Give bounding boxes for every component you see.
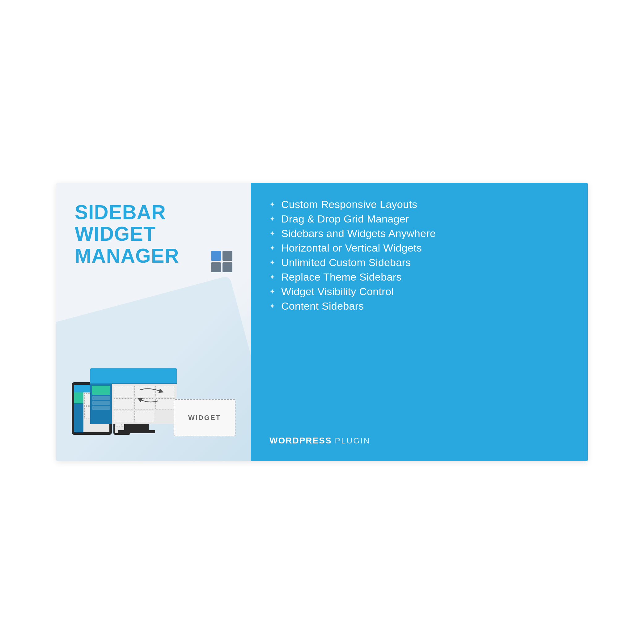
tablet-sidebar-green	[74, 392, 83, 403]
monitor-base	[118, 430, 155, 433]
feature-bullet: ✦	[269, 303, 275, 310]
left-panel: SIDEBAR WIDGET MANAGER	[56, 183, 251, 461]
widget-box: WIDGET	[174, 399, 235, 436]
tablet-sidebar	[74, 392, 83, 432]
wordpress-badge: WordPress Plugin	[269, 436, 569, 446]
plugin-card: SIDEBAR WIDGET MANAGER	[56, 183, 588, 461]
feature-bullet: ✦	[269, 274, 275, 281]
feature-text: Replace Theme Sidebars	[281, 271, 402, 283]
feature-item: ✦ Content Sidebars	[269, 300, 569, 312]
plugin-title: SIDEBAR WIDGET MANAGER	[75, 201, 235, 267]
title-line2: MANAGER	[75, 245, 179, 267]
feature-bullet: ✦	[269, 288, 275, 295]
device-illustration: WIDGET	[66, 316, 242, 452]
plugin-label: Plugin	[335, 436, 371, 446]
feature-bullet: ✦	[269, 259, 275, 266]
feature-bullet: ✦	[269, 230, 275, 237]
monitor-stand	[124, 424, 149, 430]
feature-text: Horizontal or Vertical Widgets	[281, 242, 422, 254]
wordpress-label: WordPress	[269, 436, 332, 446]
feature-text: Sidebars and Widgets Anywhere	[281, 227, 436, 239]
widget-label: WIDGET	[188, 414, 221, 422]
feature-bullet: ✦	[269, 245, 275, 252]
feature-text: Drag & Drop Grid Manager	[281, 213, 409, 225]
feature-text: Content Sidebars	[281, 300, 364, 312]
feature-text: Widget Visibility Control	[281, 286, 394, 298]
feature-item: ✦ Replace Theme Sidebars	[269, 271, 569, 283]
feature-text: Custom Responsive Layouts	[281, 198, 417, 210]
right-panel: ✦ Custom Responsive Layouts ✦ Drag & Dro…	[251, 183, 588, 461]
monitor-header	[90, 368, 177, 384]
feature-item: ✦ Sidebars and Widgets Anywhere	[269, 227, 569, 239]
feature-item: ✦ Drag & Drop Grid Manager	[269, 213, 569, 225]
feature-item: ✦ Horizontal or Vertical Widgets	[269, 242, 569, 254]
feature-item: ✦ Unlimited Custom Sidebars	[269, 256, 569, 269]
title-line1: SIDEBAR WIDGET	[75, 201, 166, 245]
feature-text: Unlimited Custom Sidebars	[281, 256, 411, 269]
monitor-sidebar	[90, 384, 112, 424]
feature-bullet: ✦	[269, 216, 275, 222]
feature-bullet: ✦	[269, 201, 275, 208]
feature-item: ✦ Custom Responsive Layouts	[269, 198, 569, 210]
feature-item: ✦ Widget Visibility Control	[269, 286, 569, 298]
features-list: ✦ Custom Responsive Layouts ✦ Drag & Dro…	[269, 198, 569, 312]
